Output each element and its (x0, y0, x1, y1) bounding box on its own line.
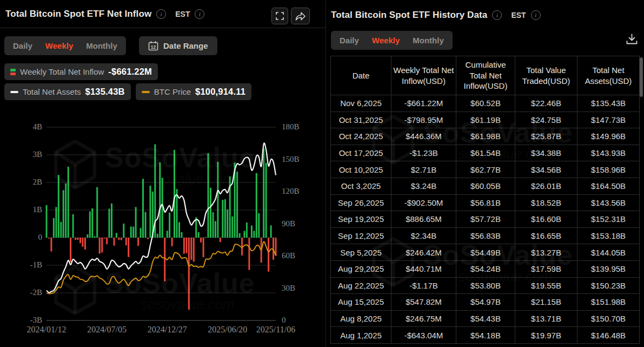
inflow-bar (84, 238, 86, 250)
info-icon[interactable]: i (531, 10, 541, 20)
cell-inflow: $886.65M (391, 211, 456, 228)
net-inflow-chart[interactable]: 4B3B2B1B0-1B-2B-3B030B60B90B120B150B180B… (0, 110, 324, 343)
col-net-assets: Total Net Assets(USD) (577, 56, 640, 95)
inflow-bar (137, 238, 139, 246)
page-title: Total Bitcoin Spot ETF Net Inflow (5, 9, 151, 19)
inflow-bar (248, 238, 250, 270)
inflow-bar (63, 190, 64, 238)
cell-cumulative: $60.05B (456, 178, 515, 194)
legend-inflow-label: Weekly Total Net Inflow (20, 67, 104, 76)
right-panel-header: Total Bitcoin Spot ETF History Data i ES… (331, 10, 541, 21)
info-icon[interactable]: i (195, 9, 204, 19)
inflow-bar (48, 238, 50, 239)
inflow-bar (125, 238, 127, 245)
inflow-bar (87, 234, 88, 238)
inflow-bar (258, 213, 260, 238)
history-table: Date Weekly Total Net Inflow(USD) Cumula… (330, 56, 640, 344)
cell-assets: $164.50B (577, 178, 640, 194)
etf-dashboard: Total Bitcoin Spot ETF Net Inflow i EST … (0, 0, 644, 347)
cell-traded: $17.59B (515, 260, 577, 277)
cell-inflow: -$1.17B (391, 277, 456, 294)
inflow-bar (263, 148, 264, 238)
cell-cumulative: $54.43B (456, 310, 515, 327)
cell-traded: $26.01B (515, 178, 577, 194)
cell-cumulative: $61.98B (456, 128, 515, 145)
table-row: Oct 3,2025$3.24B$60.05B$26.01B$164.50B (331, 178, 640, 194)
table-scrollbar-thumb[interactable] (640, 57, 643, 97)
legend-row-1: Weekly Total Net Inflow -$661.22M (4, 63, 158, 80)
right-axis-label: 0 (282, 316, 286, 324)
cell-date: Oct 24,2025 (331, 128, 391, 145)
legend-assets-label: Total Net Assets (23, 87, 81, 96)
tab-daily[interactable]: Daily (340, 36, 359, 45)
y-axis-label: 2B (32, 178, 42, 186)
share-icon (295, 12, 306, 21)
tab-monthly[interactable]: Monthly (413, 36, 444, 45)
panel-divider (326, 0, 326, 347)
right-axis-label: 180B (282, 122, 300, 131)
inflow-bar (94, 236, 96, 238)
cell-assets: $139.95B (577, 260, 640, 277)
date-range-button[interactable]: 12 Date Range (139, 36, 217, 55)
inflow-bar (198, 232, 200, 238)
cell-assets: $150.23B (577, 277, 640, 294)
table-row: Aug 8,2025$246.75M$54.43B$13.71B$150.70B (331, 310, 640, 327)
right-axis-label: 120B (282, 187, 300, 195)
cell-traded: $13.27B (515, 244, 577, 261)
cell-assets: $143.56B (577, 194, 640, 211)
inflow-bar (53, 218, 55, 238)
cell-cumulative: $57.72B (456, 211, 515, 228)
inflow-bar (50, 238, 52, 252)
share-button[interactable] (291, 8, 310, 24)
legend-inflow[interactable]: Weekly Total Net Inflow -$661.22M (4, 63, 158, 80)
cell-traded: $19.97B (515, 327, 577, 344)
cell-date: Aug 22,2025 (331, 277, 391, 294)
inflow-bar (169, 213, 170, 238)
fullscreen-button[interactable] (271, 8, 288, 24)
legend-btc[interactable]: BTC Price $100,914.11 (136, 83, 251, 100)
cell-assets: $152.31B (577, 211, 640, 228)
inflow-bar (270, 225, 272, 238)
cell-cumulative: $56.83B (456, 227, 515, 244)
inflow-bar (256, 173, 257, 238)
inflow-bar (174, 150, 175, 238)
cell-assets: $147.73B (577, 112, 640, 128)
inflow-bar (46, 205, 48, 238)
cell-traded: $21.15B (515, 294, 577, 311)
tab-monthly[interactable]: Monthly (86, 41, 117, 50)
inflow-bar (213, 212, 214, 238)
inflow-bar (147, 238, 149, 239)
legend-assets[interactable]: Total Net Assets $135.43B (4, 83, 131, 100)
inflow-bar (142, 179, 144, 238)
table-row: Nov 6,2025-$661.22M$60.52B$22.46B$135.43… (331, 95, 640, 112)
cell-cumulative: $54.24B (456, 260, 515, 277)
download-button[interactable] (626, 33, 638, 45)
legend-assets-value: $135.43B (85, 87, 125, 97)
tab-weekly[interactable]: Weekly (45, 41, 73, 50)
cell-assets: $151.98B (577, 294, 640, 311)
right-axis-label: 90B (282, 219, 295, 228)
fullscreen-icon (276, 12, 284, 20)
legend-row-2: Total Net Assets $135.43B BTC Price $100… (4, 83, 251, 100)
cell-inflow: $246.75M (391, 310, 456, 327)
cell-assets: $158.96B (577, 161, 640, 178)
y-axis-label: 0 (38, 233, 43, 241)
info-icon[interactable]: i (156, 9, 166, 19)
cell-cumulative: $54.49B (456, 244, 515, 261)
inflow-bar (114, 238, 115, 246)
table-row: Oct 10,2025$2.71B$62.77B$34.56B$158.96B (331, 161, 640, 178)
inflow-bar (96, 187, 98, 238)
tab-weekly[interactable]: Weekly (372, 36, 400, 45)
cell-inflow: -$902.50M (391, 194, 456, 211)
table-row: Sep 12,2025$2.34B$56.83B$16.65B$153.18B (331, 227, 640, 244)
y-axis-label: 3B (32, 150, 42, 159)
legend-inflow-value: -$661.22M (108, 67, 152, 77)
cell-inflow: $2.34B (391, 227, 456, 244)
inflow-bar (251, 226, 253, 238)
cell-inflow: -$661.22M (391, 95, 456, 112)
tab-daily[interactable]: Daily (13, 41, 32, 50)
svg-text:12: 12 (151, 44, 156, 50)
info-icon[interactable]: i (492, 10, 502, 20)
inflow-bar (185, 238, 187, 253)
x-axis-label: 2025/06/20 (208, 325, 247, 334)
